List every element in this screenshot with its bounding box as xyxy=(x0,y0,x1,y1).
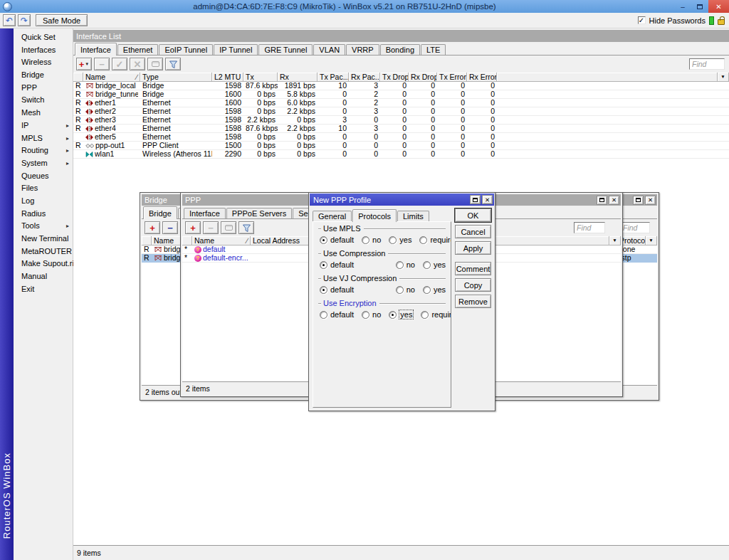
interface-list-tab-vlan[interactable]: VLAN xyxy=(313,44,345,55)
sidebar-item-system[interactable]: System▸ xyxy=(14,157,73,170)
ppp-find-input[interactable] xyxy=(574,222,605,233)
sidebar-item-queues[interactable]: Queues xyxy=(14,170,73,183)
interface-row-ppp-out1[interactable]: Rppp-out1PPP Client15000 bps0 bps000000 xyxy=(73,142,729,150)
column-select-dropdown[interactable]: ▼ xyxy=(718,73,729,82)
restore-button[interactable] xyxy=(691,0,708,13)
dialog-tab-protocols[interactable]: Protocols xyxy=(352,209,397,222)
sidebar-item-routing[interactable]: Routing▸ xyxy=(14,144,73,157)
radio-option-required[interactable]: required xyxy=(419,236,451,244)
ppp-filter-button[interactable] xyxy=(238,221,254,234)
ok-button[interactable]: OK xyxy=(455,208,491,222)
interface-row-bridge_local[interactable]: Rbridge_localBridge159887.6 kbps1891 bps… xyxy=(73,82,729,90)
interface-row-wlan1[interactable]: wlan1Wireless (Atheros 11N)22900 bps0 bp… xyxy=(73,150,729,159)
cancel-button[interactable]: Cancel xyxy=(455,225,491,238)
column-select-dropdown[interactable]: ▼ xyxy=(646,236,657,245)
radio-option-yes[interactable]: yes xyxy=(389,236,411,244)
sidebar-item-new-terminal[interactable]: New Terminal xyxy=(14,233,73,245)
sidebar-item-log[interactable]: Log xyxy=(14,195,73,208)
sidebar-item-make-supout-rif[interactable]: Make Supout.rif xyxy=(14,258,73,270)
bridge-find-input[interactable] xyxy=(620,222,650,233)
find-input[interactable] xyxy=(689,58,725,70)
column-header-L2 MTU[interactable]: L2 MTU xyxy=(212,73,243,82)
enable-button[interactable]: ✓ xyxy=(112,58,127,70)
column-header-Tx Drops[interactable]: Tx Drops xyxy=(380,73,409,82)
radio-option-required[interactable]: required xyxy=(421,310,451,319)
ppp-add-button[interactable]: + xyxy=(185,221,201,234)
remove-button[interactable]: Remove xyxy=(455,295,491,308)
interface-row-ether2[interactable]: Rether2Ethernet15980 bps2.2 kbps030000 xyxy=(73,107,729,116)
bridge-maximize-button[interactable] xyxy=(633,196,644,205)
filter-button[interactable] xyxy=(165,58,181,70)
interface-list-tab-ip-tunnel[interactable]: IP Tunnel xyxy=(214,44,258,55)
sidebar-item-manual[interactable]: Manual xyxy=(14,270,73,283)
interface-list-tab-lte[interactable]: LTE xyxy=(421,44,446,55)
interface-row-bridge_tunnel[interactable]: Rbridge_tunnelBridge16000 bps5.8 kbps020… xyxy=(73,90,729,99)
sidebar-item-interfaces[interactable]: Interfaces xyxy=(14,44,73,57)
interface-list-tab-vrrp[interactable]: VRRP xyxy=(346,44,379,55)
minimize-button[interactable]: – xyxy=(674,0,691,13)
ppp-close-button[interactable]: ✕ xyxy=(609,196,619,205)
bridge-close-button[interactable]: ✕ xyxy=(645,196,656,205)
column-header-Name[interactable]: Name∕ xyxy=(83,73,140,82)
radio-option-default[interactable]: default xyxy=(320,236,354,244)
column-header-flags[interactable] xyxy=(73,73,83,82)
interface-row-ether3[interactable]: Rether3Ethernet15982.2 kbps0 bps300000 xyxy=(73,116,729,125)
close-button[interactable]: ✕ xyxy=(708,0,729,13)
sidebar-item-wireless[interactable]: Wireless xyxy=(14,56,73,69)
ppp-tab-pppoe-servers[interactable]: PPPoE Servers xyxy=(226,208,292,218)
sidebar-item-mesh[interactable]: Mesh xyxy=(14,107,73,120)
add-button[interactable]: +▼ xyxy=(76,58,92,70)
dialog-close-button[interactable]: ✕ xyxy=(482,195,493,204)
disable-button[interactable]: ✕ xyxy=(130,58,145,70)
undo-button[interactable]: ↶ xyxy=(3,14,16,26)
radio-option-no[interactable]: no xyxy=(396,285,415,294)
column-header-Rx Pac...[interactable]: Rx Pac... xyxy=(349,73,380,82)
column-header-Tx Pac...[interactable]: Tx Pac... xyxy=(318,73,349,82)
redo-button[interactable]: ↷ xyxy=(18,14,31,26)
bridge-remove-button[interactable]: − xyxy=(162,221,178,234)
comment-button[interactable]: Comment xyxy=(455,262,491,275)
interface-list-tab-eoip-tunnel[interactable]: EoIP Tunnel xyxy=(159,44,213,55)
sidebar-item-quick-set[interactable]: Quick Set xyxy=(14,31,73,44)
sidebar-item-tools[interactable]: Tools▸ xyxy=(14,220,73,233)
dialog-maximize-button[interactable] xyxy=(470,195,481,204)
column-header-Tx Errors[interactable]: Tx Errors xyxy=(437,73,467,82)
interface-list-tab-gre-tunnel[interactable]: GRE Tunnel xyxy=(258,44,313,55)
sidebar-item-files[interactable]: Files xyxy=(14,182,73,195)
sidebar-item-switch[interactable]: Switch xyxy=(14,94,73,107)
interface-list-titlebar[interactable]: Interface List xyxy=(73,30,729,42)
copy-button[interactable]: Copy xyxy=(455,278,491,292)
column-header-Rx Errors[interactable]: Rx Errors xyxy=(467,73,497,82)
remove-button[interactable]: − xyxy=(94,58,110,70)
dialog-titlebar[interactable]: New PPP Profile ✕ xyxy=(310,194,494,206)
sidebar-item-ppp[interactable]: PPP xyxy=(14,82,73,95)
interface-row-ether4[interactable]: Rether4Ethernet159887.6 kbps2.2 kbps1030… xyxy=(73,125,729,133)
ppp-maximize-button[interactable] xyxy=(597,196,607,205)
dialog-tab-general[interactable]: General xyxy=(313,211,352,221)
radio-option-yes[interactable]: yes xyxy=(423,285,446,294)
sidebar-item-metarouter[interactable]: MetaROUTER xyxy=(14,245,73,258)
ppp-remove-button[interactable]: − xyxy=(203,221,219,234)
sidebar-item-bridge[interactable]: Bridge xyxy=(14,69,73,82)
column-header-flags[interactable] xyxy=(142,236,152,245)
column-header-Rx[interactable]: Rx xyxy=(278,73,318,82)
sidebar-item-mpls[interactable]: MPLS▸ xyxy=(14,132,73,145)
bridge-add-button[interactable]: + xyxy=(145,221,160,234)
radio-option-yes[interactable]: yes xyxy=(389,310,413,319)
radio-option-default[interactable]: default xyxy=(320,310,354,319)
column-header-Local Address[interactable]: Local Address xyxy=(251,236,310,245)
sidebar-item-radius[interactable]: Radius xyxy=(14,208,73,221)
dialog-tab-limits[interactable]: Limits xyxy=(397,211,429,221)
comment-button[interactable] xyxy=(147,58,163,70)
radio-option-yes[interactable]: yes xyxy=(423,260,446,269)
column-select-dropdown[interactable]: ▼ xyxy=(609,236,621,245)
interface-list-tab-ethernet[interactable]: Ethernet xyxy=(117,44,159,55)
radio-option-no[interactable]: no xyxy=(362,236,381,244)
interface-row-ether1[interactable]: Rether1Ethernet16000 bps6.0 kbps020000 xyxy=(73,99,729,107)
bridge-tab-bridge[interactable]: Bridge xyxy=(143,206,177,219)
column-header-Type[interactable]: Type xyxy=(140,73,212,82)
column-header-flags[interactable] xyxy=(182,236,192,245)
apply-button[interactable]: Apply xyxy=(455,241,491,255)
interface-list-tab-interface[interactable]: Interface xyxy=(75,43,117,56)
hide-passwords-checkbox[interactable]: ✓ xyxy=(638,16,646,24)
